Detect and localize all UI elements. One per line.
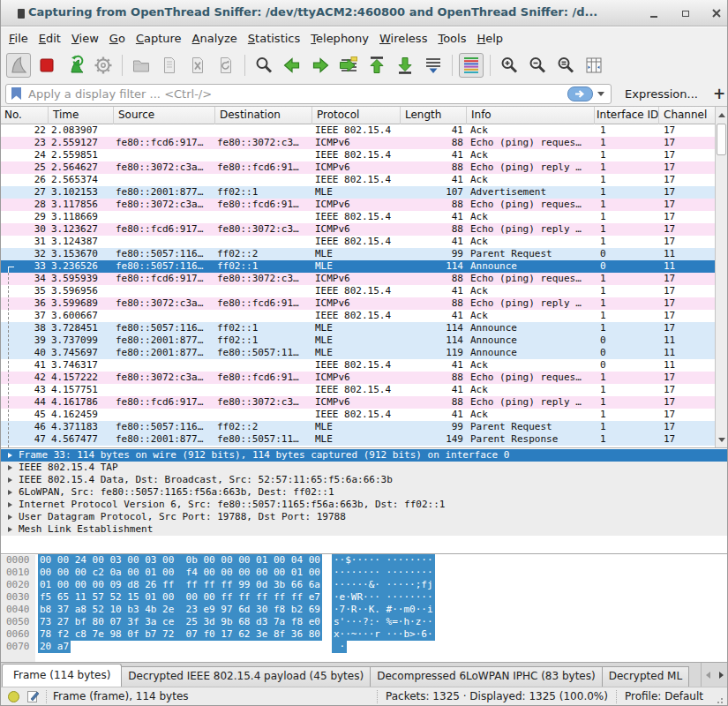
hex-row-0060[interactable]: 006078 f2 c8 7e 98 0f b7 72 07 f0 17 62 … [0, 628, 728, 641]
packet-row-26[interactable]: 262.565374IEEE 802.15.441Ack117 [0, 174, 716, 186]
menu-tools[interactable]: Tools [433, 29, 470, 48]
column-header-channel[interactable]: Channel [659, 107, 716, 124]
packet-row-33[interactable]: 333.236526fe80::5057:116…ff02::1MLE114An… [0, 260, 716, 273]
expression-button[interactable]: Expression... [625, 87, 698, 101]
close-file-button[interactable] [185, 53, 210, 78]
packet-row-34[interactable]: 343.595939fe80::fcd6:917…fe80::3072:c3…I… [0, 273, 716, 285]
packet-row-28[interactable]: 283.117856fe80::3072:c3a…fe80::fcd6:91…I… [0, 199, 716, 211]
detail-row-0[interactable]: Frame 33: 114 bytes on wire (912 bits), … [0, 449, 728, 462]
packet-row-24[interactable]: 242.559851IEEE 802.15.441Ack117 [0, 149, 716, 161]
tab-scroll-right-icon[interactable] [715, 663, 728, 687]
expand-arrow-icon[interactable] [8, 514, 12, 520]
add-filter-button[interactable]: + [713, 85, 725, 102]
scroll-down-icon[interactable] [716, 432, 727, 447]
packet-row-36[interactable]: 363.599689fe80::3072:c3a…fe80::fcd6:91…I… [0, 297, 716, 310]
detail-row-5[interactable]: User Datagram Protocol, Src Port: 19788,… [0, 511, 728, 523]
packet-row-46[interactable]: 464.371183fe80::5057:116…ff02::2MLE99Par… [0, 421, 716, 433]
packet-row-44[interactable]: 444.161786fe80::fcd6:917…fe80::3072:c3…I… [0, 396, 716, 409]
column-header-protocol[interactable]: Protocol [312, 107, 401, 124]
packet-row-27[interactable]: 273.102153fe80::2001:877…ff02::1MLE107Ad… [0, 186, 716, 199]
filter-dropdown-caret[interactable] [597, 92, 604, 96]
packet-row-45[interactable]: 454.162459IEEE 802.15.441Ack117 [0, 409, 716, 421]
capture-interfaces-button[interactable] [6, 53, 31, 78]
menu-help[interactable]: Help [472, 29, 507, 48]
expand-arrow-icon[interactable] [8, 453, 12, 458]
packet-row-31[interactable]: 313.124387IEEE 802.15.441Ack117 [0, 236, 716, 248]
column-header-length[interactable]: Length [401, 107, 467, 124]
status-profile[interactable]: Profile: Default [625, 690, 703, 702]
expand-arrow-icon[interactable] [8, 477, 12, 483]
packet-row-29[interactable]: 293.118669IEEE 802.15.441Ack117 [0, 211, 716, 223]
scrollbar-thumb[interactable] [717, 124, 726, 155]
packet-row-25[interactable]: 252.564627fe80::3072:c3a…fe80::fcd6:91…I… [0, 161, 716, 174]
save-file-button[interactable] [157, 53, 182, 78]
packet-row-35[interactable]: 353.596956IEEE 802.15.441Ack117 [0, 285, 716, 297]
packet-row-40[interactable]: 403.745697fe80::2001:877…fe80::5057:11…M… [0, 347, 716, 359]
minimize-button[interactable] [642, 0, 665, 26]
menu-statistics[interactable]: Statistics [244, 29, 304, 48]
stop-capture-button[interactable] [34, 53, 59, 78]
packet-row-30[interactable]: 303.123627fe80::fcd6:917…fe80::3072:c3…I… [0, 223, 716, 236]
capture-options-button[interactable] [91, 53, 116, 78]
menu-wireless[interactable]: Wireless [375, 29, 432, 48]
go-forward-button[interactable] [308, 53, 333, 78]
hex-row-0010[interactable]: 001000 00 00 c2 0a 00 01 00 f4 00 00 00 … [0, 567, 728, 579]
title-bar[interactable]: Capturing from OpenThread Sniffer: /dev/… [0, 0, 728, 26]
menu-view[interactable]: View [67, 29, 103, 48]
resize-columns-button[interactable] [582, 53, 606, 78]
go-to-packet-button[interactable] [336, 53, 361, 78]
hex-row-0050[interactable]: 005073 27 bf 80 07 3f 3a ce 25 3d 9b 68 … [0, 616, 728, 628]
zoom-out-button[interactable] [525, 53, 550, 78]
go-first-button[interactable] [364, 53, 389, 78]
hex-row-0030[interactable]: 0030f5 65 11 57 52 15 01 00 00 00 ff ff … [0, 591, 728, 604]
packet-list-scrollbar[interactable] [715, 107, 727, 447]
packet-row-23[interactable]: 232.559127fe80::fcd6:917…fe80::3072:c3…I… [0, 137, 716, 149]
expand-arrow-icon[interactable] [8, 490, 12, 495]
window-menu-icon[interactable] [18, 9, 25, 19]
restart-capture-button[interactable] [63, 53, 87, 78]
packet-row-47[interactable]: 474.567477fe80::2001:877…fe80::5057:11…M… [0, 433, 716, 446]
expand-arrow-icon[interactable] [8, 527, 12, 532]
zoom-in-button[interactable] [497, 53, 522, 78]
reload-file-button[interactable] [214, 53, 238, 78]
menu-capture[interactable]: Capture [131, 29, 186, 48]
close-button[interactable] [705, 0, 728, 26]
hex-row-0040[interactable]: 0040b8 37 a8 52 10 b3 4b 2e 23 e9 97 6d … [0, 604, 728, 616]
menu-analyze[interactable]: Analyze [188, 29, 242, 48]
packet-row-43[interactable]: 434.157751IEEE 802.15.441Ack117 [0, 384, 716, 396]
scroll-up-icon[interactable] [716, 108, 727, 122]
menu-edit[interactable]: Edit [34, 29, 65, 48]
zoom-reset-button[interactable] [553, 53, 578, 78]
apply-filter-button[interactable] [567, 86, 593, 101]
byte-view-tab-3[interactable]: Decrypted ML [603, 666, 689, 687]
column-header-no[interactable]: No. [0, 107, 49, 124]
detail-row-6[interactable]: Mesh Link Establishment [0, 523, 728, 536]
menu-go[interactable]: Go [105, 29, 130, 48]
byte-view-tab-0[interactable]: Frame (114 bytes) [2, 664, 122, 687]
packet-row-42[interactable]: 424.157222fe80::3072:c3a…fe80::fcd6:91…I… [0, 372, 716, 384]
colorize-button[interactable] [459, 53, 484, 78]
byte-view-tab-2[interactable]: Decompressed 6LoWPAN IPHC (83 bytes) [371, 666, 603, 687]
find-packet-button[interactable] [251, 53, 276, 78]
menu-file[interactable]: File [4, 29, 33, 48]
packet-row-41[interactable]: 413.746317IEEE 802.15.441Ack011 [0, 359, 716, 372]
filter-text-field[interactable] [21, 87, 567, 101]
auto-scroll-button[interactable] [421, 53, 446, 78]
byte-view-tab-1[interactable]: Decrypted IEEE 802.15.4 payload (45 byte… [122, 666, 371, 687]
packet-row-38[interactable]: 383.728451fe80::5057:116…ff02::1MLE114An… [0, 322, 716, 334]
column-header-time[interactable]: Time [49, 107, 114, 124]
expand-arrow-icon[interactable] [8, 502, 12, 507]
column-header-info[interactable]: Info [467, 107, 595, 124]
detail-row-2[interactable]: IEEE 802.15.4 Data, Dst: Broadcast, Src:… [0, 474, 728, 486]
open-file-button[interactable] [129, 53, 154, 78]
column-header-source[interactable]: Source [114, 107, 215, 124]
hex-row-0070[interactable]: 007020 a7 · [0, 641, 728, 653]
detail-row-3[interactable]: 6LoWPAN, Src: fe80::5057:1165:f56a:663b,… [0, 486, 728, 499]
expert-info-icon[interactable] [8, 691, 19, 702]
tab-scroll-left-icon[interactable] [702, 663, 715, 687]
resize-grip[interactable] [717, 695, 725, 704]
packet-row-39[interactable]: 393.737099fe80::2001:877…ff02::1MLE114An… [0, 334, 716, 347]
hex-row-0000[interactable]: 000000 00 24 00 03 00 03 00 0b 00 00 00 … [0, 554, 728, 567]
detail-row-4[interactable]: Internet Protocol Version 6, Src: fe80::… [0, 499, 728, 511]
hex-row-0020[interactable]: 002001 00 00 00 09 d8 26 ff ff ff ff 99 … [0, 579, 728, 591]
